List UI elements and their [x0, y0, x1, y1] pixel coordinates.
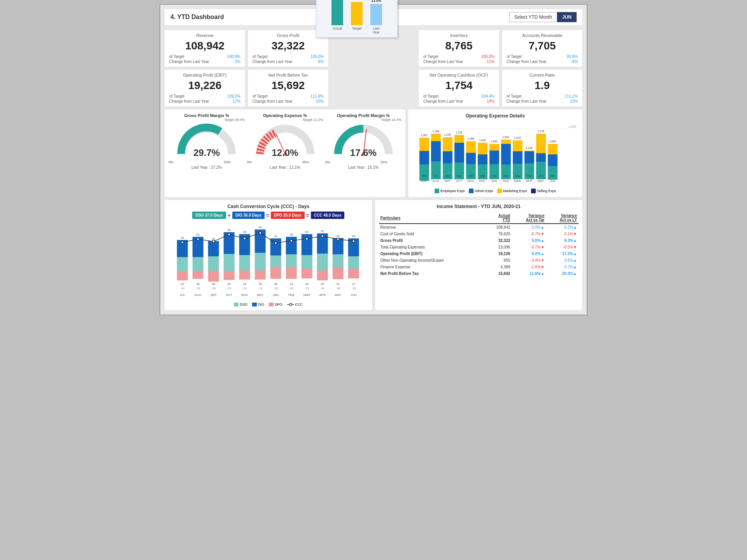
svg-rect-84	[224, 254, 235, 271]
income-row: Net Profit Before Tax 15,692 11.8%▲ 20.3…	[379, 270, 579, 277]
svg-text:35: 35	[227, 282, 231, 286]
svg-text:348: 348	[457, 175, 461, 177]
month-button[interactable]: JUN	[557, 12, 577, 22]
svg-rect-13	[431, 134, 441, 141]
kpi-np-target-label: of Target	[253, 94, 268, 98]
svg-rect-33	[478, 143, 487, 154]
svg-text:MAY: MAY	[335, 293, 341, 297]
kpi-ar-change-value: -4%	[571, 60, 578, 64]
kpi-op-target-row: of Target 109.2%	[169, 94, 240, 98]
svg-text:34: 34	[289, 282, 293, 286]
kpi-revenue: Revenue 108,942 of Target 100.9% Change …	[164, 30, 245, 67]
income-var-ly: 9.3%▲	[546, 237, 579, 244]
svg-text:44: 44	[274, 234, 277, 238]
kpi-ocf-target-row: of Target 104.4%	[423, 94, 494, 98]
kpi-inventory-value: 8,765	[423, 40, 494, 52]
svg-text:OCT: OCT	[226, 293, 232, 297]
svg-point-162	[181, 241, 184, 243]
svg-rect-129	[193, 271, 203, 279]
income-row: Total Operating Expenses 13,096 -0.7%▼ -…	[379, 244, 579, 250]
svg-text:741: 741	[527, 175, 531, 177]
npm-actual-bar	[331, 0, 343, 25]
minus-op: =	[266, 212, 269, 219]
gauge-gpm-min: 0%	[168, 160, 174, 164]
kpi-ar-change-label: Change from Last Year	[507, 60, 546, 64]
kpi-inventory-change-row: Change from Last Year 11%	[423, 60, 494, 64]
svg-text:APR: APR	[319, 293, 326, 297]
gauge-opm-target: Target 16.3%	[325, 118, 402, 122]
kpi-operating-profit: Operating Profit (EBIT) 19,226 of Target…	[164, 69, 245, 107]
income-value: 76,620	[484, 231, 512, 237]
income-label: Total Operating Expenses	[379, 244, 485, 250]
kpi-ocf-change-row: Change from Last Year 19%	[423, 99, 494, 103]
kpi-inv-target-label: of Target	[423, 54, 438, 59]
gauge-gpm-target: Target 28.5%	[168, 118, 245, 122]
svg-rect-6	[419, 164, 429, 181]
npm-ly-value: 12.0%	[371, 0, 381, 3]
svg-point-167	[259, 232, 261, 234]
ccc-legend-dpo-color	[269, 303, 274, 306]
kpi-op-title: Operating Profit (EBIT)	[169, 73, 240, 77]
income-row: Other Non-Operating Income/(Expen 855 -3…	[379, 257, 579, 264]
svg-text:56: 56	[227, 228, 231, 232]
gauge-opm: Operating Profit Margin % Target 16.3% 1…	[325, 113, 402, 170]
svg-text:DEC: DEC	[479, 179, 486, 183]
income-value: 13,096	[484, 244, 512, 250]
kpi-gross-profit-target-row: of Target 105.0%	[253, 54, 324, 59]
svg-text:1,188: 1,188	[432, 130, 439, 133]
opex-chart-title: Operating Expense Details	[412, 113, 579, 119]
svg-rect-106	[208, 241, 219, 256]
select-ytd-button[interactable]: Select YTD Month	[509, 12, 557, 22]
svg-text:-24: -24	[180, 287, 185, 290]
income-value: 855	[484, 257, 512, 264]
kpi-ar-target-label: of Target	[507, 54, 522, 59]
legend-employee-label: Employee Exps	[440, 189, 465, 193]
kpi-cr-target-value: 111.1%	[565, 94, 578, 98]
svg-text:-24: -24	[258, 287, 263, 290]
kpi-revenue-target-value: 100.9%	[227, 54, 240, 59]
svg-rect-52	[524, 151, 534, 163]
gauge-gpm: Gross Profit Margin % Target 28.5% 29.7%…	[168, 113, 245, 170]
npm-bar-lastyear: 12.0%	[370, 0, 382, 25]
svg-rect-126	[177, 271, 188, 280]
income-var-tar: 0.9%▲	[512, 224, 546, 231]
income-label: Finance Expense	[379, 264, 485, 270]
ccc-legend-dpo: DPO	[269, 303, 282, 306]
ccc-legend-dso-label: DSO	[240, 303, 247, 306]
kpi-ocf-change-label: Change from Last Year	[423, 99, 463, 103]
svg-text:-25: -25	[351, 287, 356, 290]
kpi-gross-profit-value: 32,322	[253, 40, 324, 52]
svg-text:44: 44	[181, 236, 184, 240]
income-label: Gross Profit	[379, 237, 485, 244]
kpi-revenue-value: 108,942	[169, 40, 240, 52]
kpi-ocf-change-value: 19%	[487, 99, 494, 103]
income-value: 15,692	[484, 270, 512, 277]
svg-rect-132	[208, 271, 219, 282]
svg-text:NOV: NOV	[467, 179, 474, 183]
npm-ly-bar	[370, 4, 382, 25]
ccc-legend: DSO DIO DPO CCC	[168, 303, 368, 306]
kpi-inventory-title: Inventory	[423, 33, 494, 38]
dso-badge: DSO 37.0 Days	[192, 212, 226, 219]
svg-text:400: 400	[515, 175, 520, 177]
income-th-var-ly: VarianceAct vs LY	[546, 212, 579, 224]
svg-text:38: 38	[274, 282, 277, 286]
svg-rect-43	[501, 140, 511, 144]
svg-text:JUN: JUN	[351, 293, 357, 297]
svg-text:MAR: MAR	[514, 179, 521, 183]
bottom-section: Cash Conversion Cycle (CCC) - Days DSO 3…	[164, 200, 583, 311]
ccc-legend-ccc-icon	[287, 303, 294, 306]
gauge-opm-range: 0% 35%	[325, 160, 388, 164]
svg-point-168	[275, 242, 277, 244]
svg-rect-28	[466, 141, 476, 153]
legend-marketing: Marketing Exps	[497, 189, 527, 193]
gauges-panel: Gross Profit Margin % Target 28.5% 29.7%…	[164, 109, 406, 198]
income-var-tar: 11.8%▲	[512, 270, 546, 277]
kpi-revenue-change-row: Change from Last Year 0%	[169, 60, 240, 64]
income-var-tar: 9.2%▲	[512, 250, 546, 257]
gauge-gpm-range: 0% 50%	[168, 160, 231, 164]
spacer-row2	[331, 69, 416, 107]
svg-text:-23: -23	[227, 287, 231, 290]
svg-text:DEC: DEC	[257, 293, 263, 297]
legend-admin-color	[469, 189, 473, 193]
